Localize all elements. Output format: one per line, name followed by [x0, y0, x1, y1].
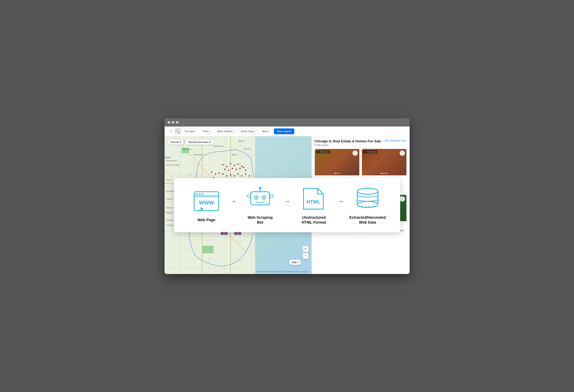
- zoom-in-button[interactable]: +: [303, 246, 308, 252]
- svg-point-161: [357, 201, 378, 207]
- svg-text:Elk Grove Village: Elk Grove Village: [166, 164, 180, 166]
- svg-point-47: [235, 168, 237, 170]
- infographic-overlay: WWW Web Page →: [174, 178, 400, 232]
- html-icon: HTML: [299, 186, 329, 212]
- svg-text:Evanston: Evanston: [244, 148, 251, 150]
- sort-chevron: ▾: [406, 139, 407, 142]
- zoom-out-button[interactable]: −: [303, 253, 308, 259]
- svg-text:500K: 500K: [236, 233, 239, 235]
- main-layout: 290 90 55 ✈: [164, 136, 410, 274]
- svg-point-49: [243, 167, 245, 168]
- svg-text:Morton Grove: Morton Grove: [214, 145, 224, 147]
- remove-boundary-label: Remove Boundary: [188, 141, 209, 144]
- svg-text:Addison: Addison: [166, 198, 173, 200]
- data-label: Extracted/HarvestedWeb Data: [349, 215, 386, 225]
- infographic-step-bot: Web ScrapingBot: [239, 186, 281, 225]
- listings-count: 6,794 results: [315, 144, 381, 146]
- browser-dot-green: [176, 121, 179, 124]
- svg-text:Park Ridge: Park Ridge: [194, 154, 202, 156]
- svg-point-143: [196, 193, 198, 195]
- svg-point-57: [245, 173, 246, 175]
- more-dropdown[interactable]: More ▾: [259, 129, 272, 134]
- listing-image-2: ★ Showcase ♡: [362, 149, 406, 175]
- svg-point-50: [245, 169, 246, 171]
- svg-point-51: [222, 173, 224, 175]
- listing-menu-4[interactable]: ⋯: [402, 223, 405, 226]
- map-type-chevron: ▾: [297, 261, 298, 264]
- svg-rect-29: [202, 246, 214, 253]
- arrow-2: →: [281, 198, 293, 212]
- sort-label: Sort: Homes for You: [385, 139, 405, 142]
- svg-point-43: [241, 166, 243, 167]
- price-label: Price: [203, 130, 208, 133]
- webpage-label: Web Page: [197, 217, 215, 222]
- listing-heart-2[interactable]: ♡: [400, 150, 405, 156]
- svg-point-55: [237, 173, 239, 175]
- beds-baths-chevron: ▾: [233, 130, 234, 132]
- svg-point-46: [232, 168, 233, 169]
- search-button[interactable]: 🔍: [175, 129, 180, 134]
- listing-badge-1: ★ Showcase: [316, 150, 330, 153]
- webpage-icon: WWW: [191, 188, 222, 214]
- svg-text:HTML: HTML: [307, 199, 320, 205]
- for-sale-label: For Sale: [185, 130, 194, 133]
- svg-point-39: [226, 166, 227, 167]
- svg-rect-155: [247, 195, 251, 197]
- price-dropdown[interactable]: Price ▾: [200, 129, 213, 134]
- browser-titlebar: [164, 118, 410, 126]
- svg-text:Lombard: Lombard: [166, 224, 173, 226]
- infographic-step-html: HTML UnstructuredHTML Format: [293, 186, 335, 225]
- badge-star-icon: ★: [317, 151, 319, 153]
- listing-image-1: ★ Showcase ♡: [315, 149, 359, 175]
- close-button[interactable]: ✕: [168, 129, 174, 134]
- schools-chevron: ▾: [180, 141, 181, 144]
- svg-point-145: [202, 193, 204, 195]
- listing-heart-1[interactable]: ♡: [352, 150, 358, 156]
- beds-baths-label: Beds & Baths: [217, 130, 232, 133]
- svg-point-52: [226, 175, 227, 177]
- schools-button[interactable]: Schools ▾: [168, 139, 184, 145]
- remove-boundary-button[interactable]: Remove Boundary ✕: [185, 139, 214, 145]
- save-search-button[interactable]: Save search: [274, 128, 294, 134]
- svg-point-56: [241, 175, 243, 177]
- svg-text:Wilmette: Wilmette: [238, 140, 245, 142]
- svg-point-165: [372, 206, 374, 207]
- database-icon: [352, 186, 383, 212]
- svg-point-40: [230, 163, 231, 165]
- svg-point-41: [234, 165, 235, 166]
- beds-baths-dropdown[interactable]: Beds & Baths ▾: [214, 129, 237, 134]
- svg-text:Des Plaines: Des Plaines: [183, 148, 192, 150]
- svg-text:Skokie: Skokie: [232, 154, 237, 156]
- map-type-button[interactable]: Map ▾: [289, 260, 301, 265]
- remove-boundary-icon: ✕: [209, 141, 211, 144]
- svg-text:Busse Woods: Busse Woods: [166, 160, 177, 162]
- navbar: ✕ 🔍 For Sale ▾ Price ▾ Beds & Baths ▾ Ho…: [164, 126, 410, 136]
- svg-text:Itasca: Itasca: [166, 179, 171, 181]
- svg-point-154: [263, 197, 265, 198]
- svg-point-149: [259, 187, 261, 189]
- listing-heart-4[interactable]: ♡: [400, 196, 405, 202]
- for-sale-chevron: ▾: [195, 130, 196, 132]
- home-type-dropdown[interactable]: Home Type ▾: [238, 129, 258, 134]
- more-chevron: ▾: [269, 130, 269, 132]
- svg-point-158: [357, 188, 378, 194]
- svg-point-48: [239, 168, 241, 169]
- home-type-chevron: ▾: [254, 130, 255, 132]
- bot-label: Web ScrapingBot: [248, 215, 273, 225]
- svg-text:Villa Park: Villa Park: [166, 219, 174, 221]
- svg-text:460K: 460K: [222, 233, 226, 235]
- badge-star-icon-2: ★: [365, 151, 366, 153]
- listings-header: Chicago IL Real Estate & Homes For Sale …: [315, 139, 407, 146]
- listing-menu-2[interactable]: ⋯: [402, 177, 405, 180]
- for-sale-dropdown[interactable]: For Sale ▾: [182, 129, 199, 134]
- svg-text:WWW: WWW: [199, 200, 214, 206]
- svg-point-58: [249, 175, 250, 177]
- svg-point-44: [224, 168, 226, 170]
- svg-point-162: [361, 206, 363, 207]
- svg-point-53: [230, 174, 231, 176]
- map-zoom-controls: + −: [303, 246, 308, 259]
- svg-text:Elmhurst: Elmhurst: [166, 207, 173, 209]
- svg-point-144: [199, 193, 201, 195]
- sort-button[interactable]: Sort: Homes for You ▾: [385, 139, 406, 142]
- arrow-1: →: [228, 198, 239, 212]
